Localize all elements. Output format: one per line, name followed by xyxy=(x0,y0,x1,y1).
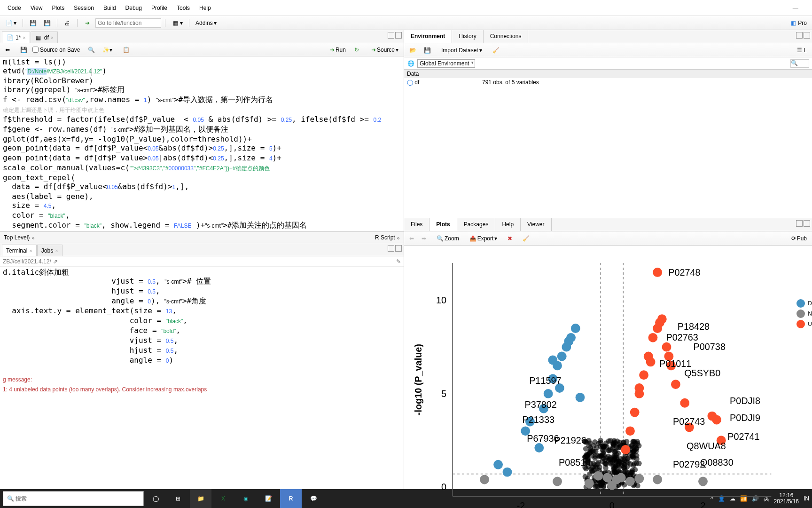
find-icon[interactable]: 🔍 xyxy=(86,45,97,55)
addins-button[interactable]: Addins ▾ xyxy=(193,18,219,28)
minimize-icon[interactable] xyxy=(796,220,803,227)
back-icon[interactable]: ⬅ xyxy=(3,45,12,55)
import-dataset-button[interactable]: Import Dataset ▾ xyxy=(439,46,484,55)
close-icon[interactable]: × xyxy=(23,35,25,40)
tab-environment[interactable]: Environment xyxy=(404,30,452,43)
maximize-icon[interactable] xyxy=(395,32,402,39)
env-row-df[interactable]: ◯ df 791 obs. of 5 variables xyxy=(404,78,812,87)
tab-files[interactable]: Files xyxy=(404,218,429,231)
export-button[interactable]: 📤 Export ▾ xyxy=(467,234,500,243)
report-icon[interactable]: 📋 xyxy=(120,45,132,55)
code-editor[interactable]: m(list = ls()) etwd("D:/Note/MZBJ/cell/2… xyxy=(0,56,404,231)
tab-connections[interactable]: Connections xyxy=(484,30,529,43)
edge-icon[interactable]: ◉ xyxy=(235,489,257,508)
svg-point-326 xyxy=(698,477,708,486)
scope-label[interactable]: Top Level) ⬦ xyxy=(4,234,35,241)
save-button[interactable]: 💾 xyxy=(27,18,39,28)
excel-icon[interactable]: X xyxy=(212,489,234,508)
left-column: 📄1*× ▦df× ⬅ 💾 Source on Save 🔍 ✨▾ 📋 ➜ Ru… xyxy=(0,30,404,489)
wechat-icon[interactable]: 💬 xyxy=(303,489,324,508)
plot-prev-icon[interactable]: ⬅ xyxy=(407,234,416,243)
tab-plots[interactable]: Plots xyxy=(429,218,457,231)
globe-icon: 🌐 xyxy=(407,60,414,67)
svg-point-319 xyxy=(564,337,573,346)
tab-df[interactable]: ▦df× xyxy=(31,32,58,43)
tab-script-1[interactable]: 📄1*× xyxy=(2,32,30,43)
goto-input[interactable] xyxy=(95,18,161,28)
svg-text:P02741: P02741 xyxy=(727,431,759,442)
cortana-icon[interactable]: ◯ xyxy=(145,489,166,508)
run-button[interactable]: ➜ Run xyxy=(328,45,348,55)
menu-help[interactable]: Help xyxy=(195,3,216,13)
menu-debug[interactable]: Debug xyxy=(121,3,147,13)
menu-session[interactable]: Session xyxy=(69,3,99,13)
save-all-button[interactable]: 💾 xyxy=(41,18,53,28)
grid-button[interactable]: ▦▾ xyxy=(169,18,185,28)
svg-point-266 xyxy=(632,439,638,445)
menu-code[interactable]: Code xyxy=(3,3,26,13)
explorer-icon[interactable]: 📁 xyxy=(190,489,211,508)
source-on-save-checkbox[interactable] xyxy=(32,47,39,53)
close-icon[interactable]: × xyxy=(29,248,32,254)
svg-text:P01011: P01011 xyxy=(659,358,691,369)
goto-button[interactable]: ➜ xyxy=(81,18,94,28)
console-clear-icon[interactable]: ✎ xyxy=(396,258,401,265)
minimize-icon[interactable] xyxy=(388,245,394,252)
list-view-button[interactable]: ☰ L xyxy=(795,46,809,55)
menu-profile[interactable]: Profile xyxy=(147,3,172,13)
source-button[interactable]: ➜ Source ▾ xyxy=(369,45,401,55)
env-scope-select[interactable]: Global Environment xyxy=(417,59,475,68)
console-nav-icon[interactable]: ⇗ xyxy=(53,258,58,265)
svg-point-320 xyxy=(480,475,489,484)
svg-point-350 xyxy=(655,318,664,327)
menu-tools[interactable]: Tools xyxy=(172,3,195,13)
console-output[interactable]: d.italic斜体加粗 vjust = 0.5, "s-cmt"># 位置 h… xyxy=(0,267,404,489)
minimize-icon[interactable] xyxy=(796,32,803,39)
zoom-button[interactable]: 🔍 Zoom xyxy=(434,234,461,243)
notepad-icon[interactable]: 📝 xyxy=(258,489,279,508)
tab-viewer[interactable]: Viewer xyxy=(521,218,551,231)
load-icon[interactable]: 📂 xyxy=(407,46,419,55)
tab-packages[interactable]: Packages xyxy=(457,218,496,231)
plots-tabbar: Files Plots Packages Help Viewer xyxy=(404,218,812,231)
svg-point-260 xyxy=(585,452,591,458)
svg-point-322 xyxy=(585,479,594,488)
tab-terminal[interactable]: Terminal× xyxy=(2,245,37,256)
menu-view[interactable]: View xyxy=(26,3,47,13)
publish-button[interactable]: ⟳ Pub xyxy=(789,234,809,243)
tab-help[interactable]: Help xyxy=(495,218,521,231)
source-on-save-label: Source on Save xyxy=(40,47,80,53)
svg-point-349 xyxy=(646,357,656,367)
source-statusbar: Top Level) ⬦ R Script ⬦ xyxy=(0,231,404,243)
taskview-icon[interactable]: ⊞ xyxy=(167,489,189,508)
menu-bar: Code View Plots Session Build Debug Prof… xyxy=(0,0,812,16)
taskbar-search[interactable]: 🔍 搜索 xyxy=(3,491,144,506)
menu-build[interactable]: Build xyxy=(99,3,121,13)
save-icon[interactable]: 💾 xyxy=(18,45,30,55)
rstudio-icon[interactable]: R xyxy=(280,489,302,508)
file-type-label[interactable]: R Script ⬦ xyxy=(375,234,400,241)
maximize-icon[interactable] xyxy=(804,220,810,227)
plot-next-icon[interactable]: ➡ xyxy=(419,234,429,243)
remove-plot-icon[interactable]: ✖ xyxy=(505,234,515,243)
project-button[interactable]: ◧ Pro xyxy=(787,18,809,28)
svg-point-294 xyxy=(599,453,604,459)
rerun-button[interactable]: ↻ xyxy=(352,45,361,55)
tab-history[interactable]: History xyxy=(452,30,483,43)
save-env-icon[interactable]: 💾 xyxy=(422,46,433,55)
close-icon[interactable]: × xyxy=(55,248,58,254)
svg-text:-2: -2 xyxy=(517,500,525,508)
env-search-input[interactable]: 🔍 xyxy=(790,59,809,68)
tab-jobs[interactable]: Jobs× xyxy=(37,245,62,256)
maximize-icon[interactable] xyxy=(804,32,810,39)
clear-plots-icon[interactable]: 🧹 xyxy=(520,234,532,243)
print-button[interactable]: 🖨 xyxy=(61,18,73,28)
wand-icon[interactable]: ✨▾ xyxy=(100,45,115,55)
broom-icon[interactable]: 🧹 xyxy=(490,46,502,55)
maximize-icon[interactable] xyxy=(395,245,402,252)
console-pane: Terminal× Jobs× ZBJ/cell/2021.4.12/ ⇗ ✎ … xyxy=(0,243,404,489)
new-file-button[interactable]: 📄▾ xyxy=(3,18,19,28)
minimize-icon[interactable] xyxy=(388,32,394,39)
menu-plots[interactable]: Plots xyxy=(47,3,69,13)
close-icon[interactable]: × xyxy=(51,35,54,40)
